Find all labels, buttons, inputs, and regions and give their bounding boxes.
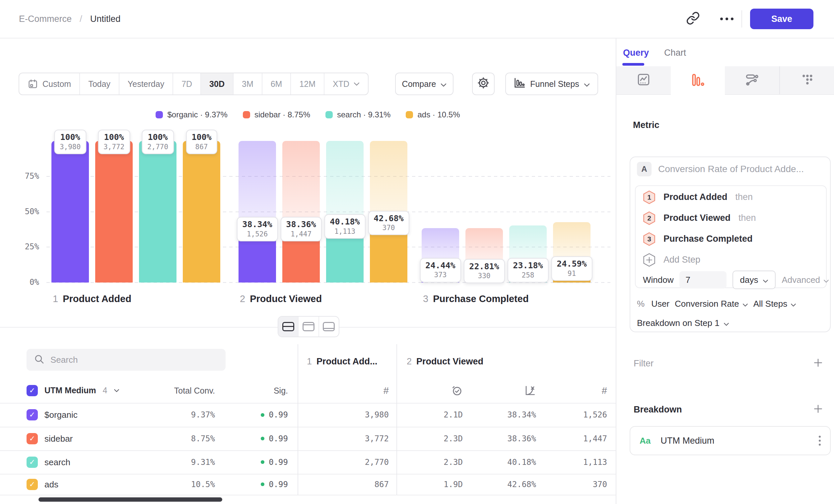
search-input[interactable] — [50, 354, 218, 365]
bar-tooltip-step3-sidebar: 22.81%330 — [463, 259, 505, 283]
save-button[interactable]: Save — [750, 8, 813, 29]
range-3m-button[interactable]: 3M — [234, 73, 262, 94]
view-chart-only-button[interactable] — [299, 317, 319, 337]
range-custom-button[interactable]: Custom — [19, 73, 80, 94]
range-label: Today — [88, 79, 110, 89]
bar-step1-ads[interactable] — [183, 141, 220, 282]
advanced-dropdown[interactable]: Advanced — [782, 275, 829, 285]
bar-conversion-pct: 100% — [104, 132, 125, 143]
viewed-conversion-rate: 38.34% — [507, 410, 536, 419]
range-12m-button[interactable]: 12M — [291, 73, 325, 94]
row-name: search — [44, 457, 70, 467]
metric-title-row[interactable]: A Conversion Rate of Product Adde... — [637, 162, 804, 177]
tab-query[interactable]: Query — [623, 48, 649, 58]
select-all-checkbox[interactable]: ✓ — [26, 385, 38, 396]
range-30d-button[interactable]: 30D — [201, 73, 234, 94]
step-name: Product Viewed — [250, 294, 322, 304]
row-checkbox[interactable]: ✓ — [26, 479, 38, 490]
legend-swatch — [406, 111, 413, 118]
window-value-input[interactable] — [679, 271, 726, 289]
bar-tooltip-step1-search: 100%2,770 — [142, 130, 174, 154]
table-row-sidebar[interactable]: ✓sidebar8.75%0.993,7722.3D38.36%1,447 — [0, 427, 616, 450]
viewed-count: 1,447 — [583, 434, 607, 443]
add-step-button[interactable]: Add Step — [643, 249, 819, 270]
range-label: 30D — [209, 79, 225, 89]
chevron-down-icon — [441, 79, 446, 89]
table-row-organic[interactable]: ✓$organic9.37%0.993,9802.1D38.34%1,526 — [0, 403, 616, 427]
row-checkbox[interactable]: ✓ — [26, 433, 38, 444]
query-step-3[interactable]: 3Purchase Completed — [643, 228, 819, 249]
table-column-divider — [298, 344, 298, 495]
date-range-control: CustomTodayYesterday7D30D3M6M12MXTD — [19, 73, 369, 95]
legend-item-ads[interactable]: ads · 10.5% — [406, 110, 460, 119]
added-count: 2,770 — [365, 458, 389, 467]
chart-settings-button[interactable] — [472, 73, 495, 95]
chart-type-label: Funnel Steps — [530, 79, 579, 89]
chart-type-selector[interactable]: Funnel Steps — [505, 73, 598, 95]
sig-number: 0.99 — [269, 480, 288, 489]
funnels-report-tab[interactable] — [671, 66, 725, 95]
breakdown-search[interactable] — [26, 349, 225, 371]
bar-count: 2,770 — [147, 143, 168, 151]
bar-count: 373 — [425, 271, 455, 279]
breakdown-on-step-dropdown[interactable]: Breakdown on Step 1 — [637, 316, 729, 330]
query-step-2[interactable]: 2Product Viewedthen — [643, 208, 819, 228]
range-7d-button[interactable]: 7D — [173, 73, 201, 94]
add-breakdown-button[interactable] — [813, 404, 824, 415]
row-checkbox[interactable]: ✓ — [26, 409, 38, 420]
bar-step1-search[interactable] — [139, 141, 176, 282]
viewed-count: 1,526 — [583, 410, 607, 419]
bar-count: 1,113 — [330, 227, 359, 236]
conversion-rate-column-icon[interactable] — [524, 385, 536, 396]
insights-report-tab[interactable] — [616, 66, 671, 95]
add-filter-button[interactable] — [813, 358, 824, 369]
range-6m-button[interactable]: 6M — [262, 73, 291, 94]
window-unit-dropdown[interactable]: days — [732, 271, 776, 289]
viewed-time-to-convert: 1.9D — [443, 480, 463, 489]
bar-step1-$organic[interactable] — [51, 141, 89, 282]
bar-step1-sidebar[interactable] — [95, 141, 133, 282]
utm-medium-label: UTM Medium — [44, 386, 96, 395]
row-checkbox[interactable]: ✓ — [26, 457, 38, 468]
tab-chart[interactable]: Chart — [664, 48, 686, 58]
range-yesterday-button[interactable]: Yesterday — [119, 73, 173, 94]
breakdown-property-card[interactable]: Aa UTM Medium — [630, 426, 831, 455]
breadcrumb-project[interactable]: E-Commerce — [19, 14, 72, 24]
count-column-icon[interactable]: # — [383, 385, 389, 396]
view-table-only-button[interactable] — [319, 317, 339, 337]
breakdown-column-header[interactable]: ✓ UTM Medium 4 — [26, 385, 119, 396]
legend-label: sidebar · 8.75% — [255, 110, 310, 119]
total-conv-value: 9.37% — [191, 410, 215, 419]
chevron-down-icon — [763, 275, 768, 285]
chart-view-icon — [303, 322, 314, 331]
measure-entity[interactable]: User — [651, 299, 670, 309]
flows-report-tab[interactable] — [725, 66, 779, 95]
breadcrumb-page-title[interactable]: Untitled — [90, 14, 121, 24]
measure-metric-dropdown[interactable]: Conversion Rate — [675, 299, 748, 309]
breakdown-options-button[interactable] — [819, 436, 821, 445]
legend-item-search[interactable]: search · 9.31% — [325, 110, 391, 119]
time-to-convert-column-icon[interactable] — [452, 385, 463, 396]
range-today-button[interactable]: Today — [80, 73, 119, 94]
step-event-name: Product Added — [663, 192, 727, 202]
total-conv-column-header[interactable]: Total Conv. — [174, 386, 215, 395]
horizontal-scrollbar[interactable] — [39, 497, 222, 502]
view-split-button[interactable] — [278, 317, 299, 337]
chevron-down-icon — [724, 318, 729, 328]
legend-item-organic[interactable]: $organic · 9.37% — [156, 110, 227, 119]
table-row-ads[interactable]: ✓ads10.5%0.998671.9D42.68%370 — [0, 474, 616, 495]
measure-scope-dropdown[interactable]: All Steps — [753, 299, 796, 309]
sig-column-header[interactable]: Sig. — [274, 386, 288, 395]
legend-item-sidebar[interactable]: sidebar · 8.75% — [243, 110, 310, 119]
share-link-button[interactable] — [682, 8, 704, 29]
retention-report-tab[interactable] — [779, 66, 834, 95]
range-xtd-button[interactable]: XTD — [325, 73, 368, 94]
viewed-count: 370 — [593, 480, 607, 489]
compare-button[interactable]: Compare — [395, 73, 454, 95]
table-row-search[interactable]: ✓search9.31%0.992,7702.3D40.18%1,113 — [0, 450, 616, 474]
report-canvas: CustomTodayYesterday7D30D3M6M12MXTD Comp… — [0, 39, 616, 504]
count-column-icon[interactable]: # — [602, 385, 607, 396]
query-step-1[interactable]: 1Product Addedthen — [643, 187, 819, 208]
bar-conversion-pct: 23.18% — [513, 260, 543, 271]
more-menu-button[interactable] — [716, 8, 738, 29]
